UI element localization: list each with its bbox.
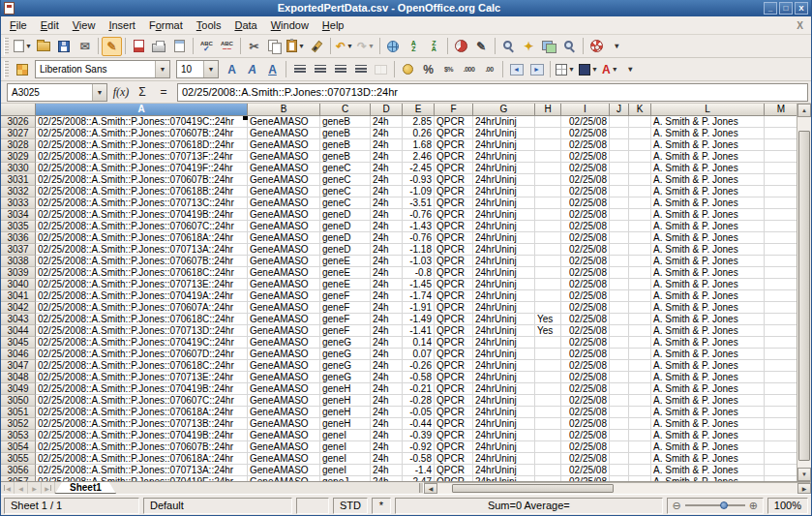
clone-formatting-button[interactable]: [307, 37, 327, 56]
cell-I3045[interactable]: 02/25/08: [561, 337, 610, 349]
cell-I3043[interactable]: 02/25/08: [561, 314, 610, 325]
cell-D3037[interactable]: 24h: [371, 244, 403, 256]
page-preview-button[interactable]: [169, 37, 190, 56]
toolbar-grip[interactable]: [4, 38, 9, 55]
cell-G3030[interactable]: 24hrUninj: [473, 163, 535, 174]
cell-K3033[interactable]: [629, 197, 651, 209]
sort-ascending-button[interactable]: AZ: [404, 37, 424, 56]
cell-K3056[interactable]: [629, 465, 651, 476]
auto-spellcheck-button[interactable]: ABC~~: [217, 37, 237, 56]
cell-G3047[interactable]: 24hrUninj: [473, 360, 535, 372]
cell-A3042[interactable]: 02/25/2008::A.Smith::P.Jones::070607A::2…: [36, 302, 248, 314]
cell-L3031[interactable]: A. Smith & P. Jones: [651, 174, 765, 186]
cell-M3039[interactable]: [765, 267, 797, 279]
cell-G3027[interactable]: 24hrUninj: [473, 128, 535, 139]
cell-L3037[interactable]: A. Smith & P. Jones: [651, 244, 765, 256]
cell-G3054[interactable]: 24hrUninj: [473, 441, 535, 453]
cell-L3036[interactable]: A. Smith & P. Jones: [651, 232, 765, 244]
cell-C3046[interactable]: geneG: [320, 349, 371, 360]
cell-C3026[interactable]: geneB: [320, 116, 371, 128]
cell-M3043[interactable]: [765, 314, 797, 325]
cell-K3043[interactable]: [629, 314, 651, 325]
cell-A3034[interactable]: 02/25/2008::A.Smith::P.Jones::070419B::2…: [36, 209, 248, 221]
cell-C3029[interactable]: geneB: [320, 151, 371, 163]
cell-H3036[interactable]: [535, 232, 561, 244]
zoom-in-icon[interactable]: ⊕: [749, 501, 758, 510]
italic-button[interactable]: A: [242, 60, 262, 79]
cell-B3035[interactable]: GeneAMASO: [248, 221, 320, 232]
row-header-3052[interactable]: 3052: [1, 418, 36, 430]
cell-F3043[interactable]: QPCR: [435, 314, 473, 325]
cell-L3034[interactable]: A. Smith & P. Jones: [651, 209, 765, 221]
cell-A3027[interactable]: 02/25/2008::A.Smith::P.Jones::070607B::2…: [36, 128, 248, 139]
cell-H3030[interactable]: [535, 163, 561, 174]
cell-L3030[interactable]: A. Smith & P. Jones: [651, 163, 765, 174]
cell-J3054[interactable]: [610, 441, 629, 453]
cell-B3053[interactable]: GeneAMASO: [248, 430, 320, 441]
cell-L3038[interactable]: A. Smith & P. Jones: [651, 256, 765, 267]
cell-E3038[interactable]: -1.03: [403, 256, 435, 267]
cell-L3043[interactable]: A. Smith & P. Jones: [651, 314, 765, 325]
row-header-3057[interactable]: 3057: [1, 476, 36, 481]
cell-E3035[interactable]: -1.43: [403, 221, 435, 232]
cell-J3030[interactable]: [610, 163, 629, 174]
zoom-button[interactable]: [559, 37, 580, 56]
cell-B3040[interactable]: GeneAMASO: [248, 279, 320, 290]
cell-L3039[interactable]: A. Smith & P. Jones: [651, 267, 765, 279]
cell-I3044[interactable]: 02/25/08: [561, 325, 610, 337]
cell-B3055[interactable]: GeneAMASO: [248, 453, 320, 465]
cell-C3039[interactable]: geneE: [320, 267, 371, 279]
column-header-J[interactable]: J: [610, 104, 629, 116]
cell-F3055[interactable]: QPCR: [435, 453, 473, 465]
cell-A3055[interactable]: 02/25/2008::A.Smith::P.Jones::070618A::2…: [36, 453, 248, 465]
cell-F3040[interactable]: QPCR: [435, 279, 473, 290]
cell-M3032[interactable]: [765, 186, 797, 197]
cell-I3054[interactable]: 02/25/08: [561, 441, 610, 453]
row-header-3050[interactable]: 3050: [1, 395, 36, 407]
cell-G3039[interactable]: 24hrUninj: [473, 267, 535, 279]
cell-M3037[interactable]: [765, 244, 797, 256]
cell-B3032[interactable]: GeneAMASO: [248, 186, 320, 197]
cell-A3048[interactable]: 02/25/2008::A.Smith::P.Jones::070713E::2…: [36, 372, 248, 383]
menu-view[interactable]: View: [66, 17, 103, 33]
insert-mode-indicator[interactable]: [296, 498, 329, 514]
cell-G3049[interactable]: 24hrUninj: [473, 383, 535, 395]
cell-H3041[interactable]: [535, 290, 561, 302]
cell-I3027[interactable]: 02/25/08: [561, 128, 610, 139]
cell-E3039[interactable]: -0.8: [403, 267, 435, 279]
cell-C3051[interactable]: geneH: [320, 407, 371, 418]
cell-E3031[interactable]: -0.93: [403, 174, 435, 186]
cell-L3056[interactable]: A. Smith & P. Jones: [651, 465, 765, 476]
cell-I3029[interactable]: 02/25/08: [561, 151, 610, 163]
chevron-down-icon[interactable]: ▼: [155, 61, 169, 77]
cell-L3046[interactable]: A. Smith & P. Jones: [651, 349, 765, 360]
percent-format-button[interactable]: %: [418, 60, 438, 79]
cell-B3031[interactable]: GeneAMASO: [248, 174, 320, 186]
cell-M3048[interactable]: [765, 372, 797, 383]
cell-D3034[interactable]: 24h: [371, 209, 403, 221]
cell-K3032[interactable]: [629, 186, 651, 197]
cell-C3030[interactable]: geneC: [320, 163, 371, 174]
row-header-3028[interactable]: 3028: [1, 139, 36, 151]
cell-B3029[interactable]: GeneAMASO: [248, 151, 320, 163]
cell-G3048[interactable]: 24hrUninj: [473, 372, 535, 383]
cell-I3048[interactable]: 02/25/08: [561, 372, 610, 383]
cell-J3047[interactable]: [610, 360, 629, 372]
cell-K3045[interactable]: [629, 337, 651, 349]
row-header-3056[interactable]: 3056: [1, 465, 36, 476]
cell-E3034[interactable]: -0.76: [403, 209, 435, 221]
row-header-3044[interactable]: 3044: [1, 325, 36, 337]
cell-E3053[interactable]: -0.39: [403, 430, 435, 441]
cell-H3050[interactable]: [535, 395, 561, 407]
menu-data[interactable]: Data: [227, 17, 263, 33]
cell-A3056[interactable]: 02/25/2008::A.Smith::P.Jones::070713A::2…: [36, 465, 248, 476]
row-header-3029[interactable]: 3029: [1, 151, 36, 163]
cell-J3032[interactable]: [610, 186, 629, 197]
cell-F3052[interactable]: QPCR: [435, 418, 473, 430]
row-header-3039[interactable]: 3039: [1, 267, 36, 279]
currency-format-button[interactable]: [398, 60, 418, 79]
open-button[interactable]: [34, 37, 54, 56]
cell-E3030[interactable]: -2.45: [403, 163, 435, 174]
cell-H3039[interactable]: [535, 267, 561, 279]
align-center-button[interactable]: [310, 60, 330, 79]
